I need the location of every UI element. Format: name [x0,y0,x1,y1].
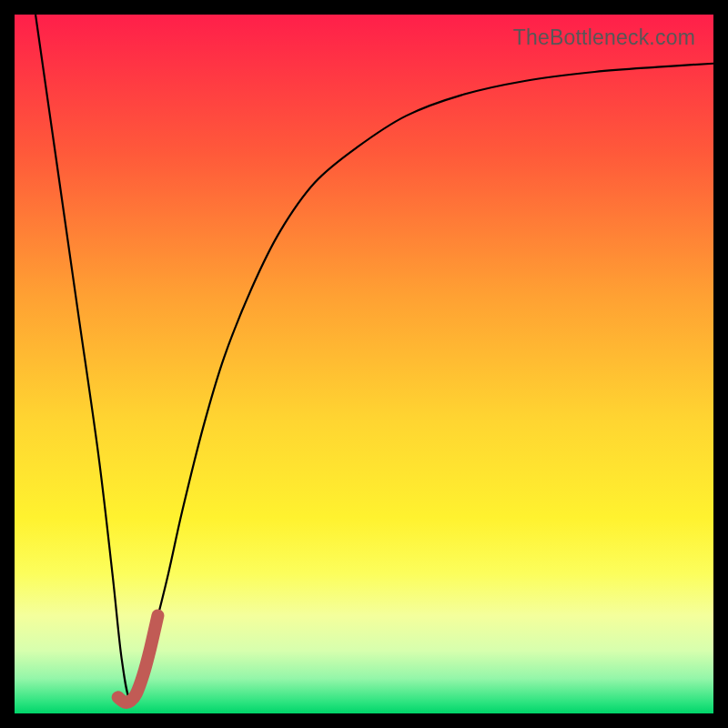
watermark-text: TheBottleneck.com [513,25,695,50]
series-highlight-hook [118,615,158,702]
series-bottleneck-curve [35,15,713,700]
chart-frame: TheBottleneck.com [0,0,728,728]
curve-layer [15,15,713,713]
plot-area: TheBottleneck.com [15,15,713,713]
